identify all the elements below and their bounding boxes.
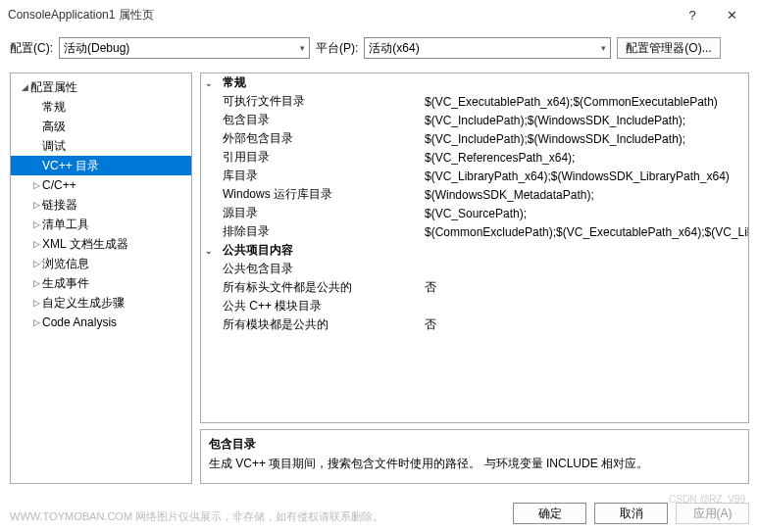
tree-item[interactable]: 高级 (11, 117, 191, 136)
property-label: 排除目录 (219, 223, 425, 240)
expander-icon[interactable]: ▷ (30, 298, 42, 308)
property-label: 公共 C++ 模块目录 (219, 298, 425, 314)
expander-icon[interactable]: ▷ (30, 317, 42, 327)
tree-item-label: 自定义生成步骤 (42, 295, 125, 312)
section-name: 常规 (219, 74, 425, 91)
property-row[interactable]: 源目录$(VC_SourcePath); (201, 204, 748, 222)
expander-icon[interactable]: ▷ (30, 278, 42, 288)
property-value[interactable]: $(VC_IncludePath);$(WindowsSDK_IncludePa… (425, 114, 748, 127)
grid-section-header[interactable]: ⌄公共项目内容 (201, 241, 748, 260)
property-label: 引用目录 (219, 149, 425, 166)
tree-item-label: 清单工具 (42, 217, 89, 233)
property-value[interactable]: $(VC_ReferencesPath_x64); (425, 151, 748, 165)
description-title: 包含目录 (209, 436, 740, 453)
property-value[interactable]: 否 (425, 316, 748, 333)
nav-tree[interactable]: ◢ 配置属性 常规高级调试VC++ 目录▷C/C++▷链接器▷清单工具▷XML … (10, 73, 192, 484)
tree-item[interactable]: ▷链接器 (11, 195, 191, 215)
property-value[interactable]: $(CommonExcludePath);$(VC_ExecutablePath… (425, 225, 748, 239)
property-label: 外部包含目录 (219, 130, 425, 147)
tree-item[interactable]: ▷C/C++ (11, 175, 191, 195)
description-text: 生成 VC++ 项目期间，搜索包含文件时使用的路径。 与环境变量 INCLUDE… (209, 456, 740, 472)
platform-label: 平台(P): (316, 40, 358, 57)
property-label: 所有模块都是公共的 (219, 316, 425, 333)
expander-icon[interactable]: ▷ (30, 239, 42, 249)
tree-item[interactable]: ▷自定义生成步骤 (11, 293, 191, 313)
expander-icon[interactable]: ▷ (30, 259, 42, 268)
property-label: Windows 运行库目录 (219, 186, 425, 203)
apply-button[interactable]: 应用(A) (676, 503, 749, 524)
tree-item[interactable]: VC++ 目录 (11, 156, 191, 175)
platform-value: 活动(x64) (369, 40, 419, 57)
tree-item[interactable]: 调试 (11, 136, 191, 156)
property-value[interactable]: $(VC_LibraryPath_x64);$(WindowsSDK_Libra… (425, 169, 748, 183)
expander-icon[interactable]: ▷ (30, 180, 42, 190)
property-value[interactable]: $(WindowsSDK_MetadataPath); (425, 188, 748, 202)
tree-item-label: 链接器 (42, 197, 77, 214)
property-label: 库目录 (219, 168, 425, 184)
property-row[interactable]: 包含目录$(VC_IncludePath);$(WindowsSDK_Inclu… (201, 111, 748, 129)
property-value[interactable]: $(VC_SourcePath); (425, 207, 748, 220)
property-row[interactable]: 排除目录$(CommonExcludePath);$(VC_Executable… (201, 222, 748, 241)
tree-item-label: 浏览信息 (42, 256, 89, 272)
tree-item-label: VC++ 目录 (42, 158, 99, 174)
tree-item[interactable]: ▷Code Analysis (11, 313, 191, 332)
help-button[interactable]: ? (673, 8, 712, 23)
tree-item-label: C/C++ (42, 178, 76, 192)
property-label: 包含目录 (219, 112, 425, 128)
property-value[interactable]: 否 (425, 279, 748, 296)
property-row[interactable]: 外部包含目录$(VC_IncludePath);$(WindowsSDK_Inc… (201, 129, 748, 148)
window-title: ConsoleApplication1 属性页 (8, 7, 673, 24)
tree-item-label: Code Analysis (42, 315, 117, 329)
tree-item-label: XML 文档生成器 (42, 236, 128, 253)
description-panel: 包含目录 生成 VC++ 项目期间，搜索包含文件时使用的路径。 与环境变量 IN… (200, 429, 749, 484)
tree-root[interactable]: ◢ 配置属性 (11, 77, 191, 97)
tree-item[interactable]: 常规 (11, 97, 191, 117)
config-dropdown[interactable]: 活动(Debug) ▾ (59, 37, 310, 59)
config-value: 活动(Debug) (64, 40, 129, 57)
grid-section-header[interactable]: ⌄常规 (201, 73, 748, 92)
tree-item[interactable]: ▷清单工具 (11, 215, 191, 234)
property-row[interactable]: 所有模块都是公共的否 (201, 315, 748, 334)
property-grid[interactable]: ⌄常规可执行文件目录$(VC_ExecutablePath_x64);$(Com… (200, 73, 749, 423)
property-row[interactable]: 所有标头文件都是公共的否 (201, 278, 748, 297)
property-row[interactable]: 公共 C++ 模块目录 (201, 297, 748, 315)
tree-item[interactable]: ▷生成事件 (11, 273, 191, 293)
tree-item-label: 常规 (42, 99, 66, 116)
property-label: 源目录 (219, 205, 425, 221)
property-row[interactable]: 引用目录$(VC_ReferencesPath_x64); (201, 148, 748, 167)
expander-icon[interactable]: ⌄ (205, 78, 219, 88)
close-button[interactable]: ✕ (712, 8, 751, 23)
property-label: 可执行文件目录 (219, 93, 425, 110)
expander-icon[interactable]: ▷ (30, 219, 42, 229)
platform-dropdown[interactable]: 活动(x64) ▾ (364, 37, 611, 59)
watermark: WWW.TOYMOBAN.COM 网络图片仅供展示，非存储，如有侵权请联系删除。 (10, 509, 383, 524)
tree-item-label: 生成事件 (42, 275, 89, 292)
config-label: 配置(C): (10, 40, 53, 57)
config-manager-button[interactable]: 配置管理器(O)... (617, 37, 720, 59)
property-row[interactable]: Windows 运行库目录$(WindowsSDK_MetadataPath); (201, 185, 748, 204)
config-row: 配置(C): 活动(Debug) ▾ 平台(P): 活动(x64) ▾ 配置管理… (0, 29, 759, 73)
property-value[interactable]: $(VC_ExecutablePath_x64);$(CommonExecuta… (425, 95, 748, 109)
property-label: 所有标头文件都是公共的 (219, 279, 425, 296)
tree-item[interactable]: ▷浏览信息 (11, 254, 191, 273)
property-row[interactable]: 公共包含目录 (201, 260, 748, 278)
titlebar: ConsoleApplication1 属性页 ? ✕ (0, 0, 759, 29)
section-name: 公共项目内容 (219, 242, 425, 259)
tree-item-label: 调试 (42, 138, 66, 155)
chevron-down-icon: ▾ (300, 43, 305, 53)
tree-item[interactable]: ▷XML 文档生成器 (11, 234, 191, 254)
ok-button[interactable]: 确定 (513, 503, 586, 524)
cancel-button[interactable]: 取消 (594, 503, 668, 524)
property-label: 公共包含目录 (219, 261, 425, 277)
expander-icon[interactable]: ⌄ (205, 246, 219, 256)
tree-item-label: 高级 (42, 119, 66, 135)
property-value[interactable]: $(VC_IncludePath);$(WindowsSDK_IncludePa… (425, 132, 748, 146)
expander-icon[interactable]: ◢ (19, 82, 30, 92)
dialog-buttons: 确定 取消 应用(A) (513, 503, 749, 524)
expander-icon[interactable]: ▷ (30, 200, 42, 210)
property-row[interactable]: 库目录$(VC_LibraryPath_x64);$(WindowsSDK_Li… (201, 167, 748, 185)
property-row[interactable]: 可执行文件目录$(VC_ExecutablePath_x64);$(Common… (201, 92, 748, 111)
chevron-down-icon: ▾ (601, 43, 606, 53)
